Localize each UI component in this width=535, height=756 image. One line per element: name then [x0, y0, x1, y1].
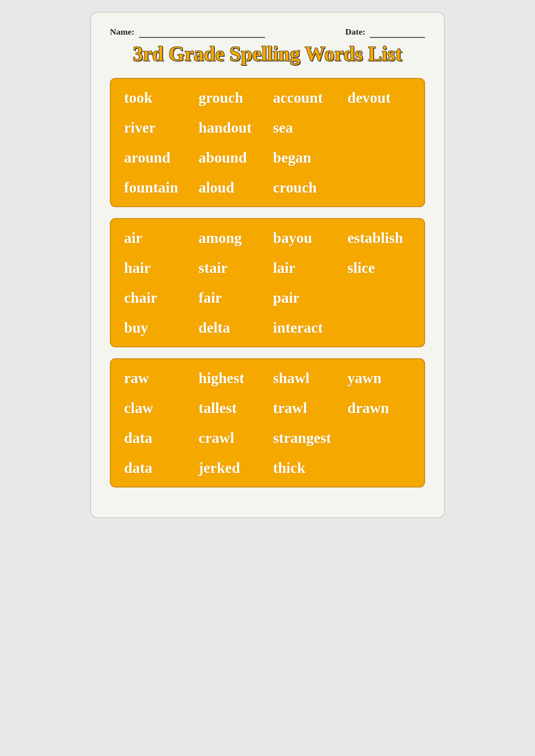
word-cell-2-4-2: delta [193, 315, 268, 340]
word-row-1-3: aroundaboundbegan [119, 143, 416, 172]
word-cell-1-2-4 [342, 115, 416, 140]
date-field: Date: [345, 27, 425, 38]
word-row-2-4: buydeltainteract [119, 313, 416, 343]
word-cell-3-4-1: data [119, 455, 193, 480]
word-cell-3-3-2: crawl [193, 425, 268, 450]
name-field: Name: [110, 27, 265, 38]
word-cell-3-1-2: highest [193, 365, 268, 391]
date-line [370, 27, 425, 38]
word-box-3: rawhighestshawlyawnclawtallesttrawldrawn… [110, 358, 425, 487]
boxes-container: tookgrouchaccountdevoutriverhandoutseaar… [110, 78, 425, 487]
word-cell-1-2-2: handout [193, 115, 268, 140]
word-cell-1-1-3: account [268, 85, 342, 110]
word-cell-1-2-3: sea [268, 115, 342, 140]
word-cell-1-4-1: fountain [119, 175, 193, 200]
page-title: 3rd Grade Spelling Words List [110, 42, 425, 66]
word-row-1-2: riverhandoutsea [119, 113, 416, 143]
word-cell-1-3-4 [342, 145, 416, 170]
word-cell-2-1-1: air [119, 225, 193, 250]
word-cell-3-1-1: raw [119, 365, 193, 391]
word-row-2-2: hairstairlairslice [119, 253, 416, 283]
page: Name: Date: 3rd Grade Spelling Words Lis… [90, 12, 445, 518]
word-row-3-1: rawhighestshawlyawn [119, 363, 416, 393]
word-cell-1-2-1: river [119, 115, 193, 140]
word-cell-2-2-4: slice [342, 255, 416, 280]
word-cell-2-4-1: buy [119, 315, 193, 340]
word-cell-1-1-2: grouch [193, 85, 268, 110]
word-cell-1-3-3: began [268, 145, 342, 170]
word-row-1-4: fountainaloudcrouch [119, 172, 416, 202]
word-cell-2-3-2: fair [193, 285, 268, 310]
word-cell-2-4-3: interact [268, 315, 342, 340]
word-cell-3-4-2: jerked [193, 455, 268, 480]
word-cell-1-3-1: around [119, 145, 193, 170]
word-cell-3-4-4 [342, 455, 416, 480]
word-cell-3-1-4: yawn [342, 365, 416, 391]
word-cell-1-4-4 [342, 175, 416, 200]
word-cell-2-3-1: chair [119, 285, 193, 310]
word-cell-2-2-3: lair [268, 255, 342, 280]
name-line [139, 27, 265, 38]
header-row: Name: Date: [110, 27, 425, 38]
word-box-2: airamongbayouestablishhairstairlairslice… [110, 218, 425, 347]
word-row-3-4: datajerkedthick [119, 453, 416, 483]
word-cell-1-4-3: crouch [268, 175, 342, 200]
word-cell-1-1-4: devout [342, 85, 416, 110]
word-cell-3-3-4 [342, 425, 416, 450]
word-row-2-3: chairfairpair [119, 283, 416, 313]
word-cell-2-1-4: establish [342, 225, 416, 250]
word-cell-2-2-2: stair [193, 255, 268, 280]
word-cell-3-2-1: claw [119, 395, 193, 421]
word-cell-1-4-2: aloud [193, 175, 268, 200]
word-cell-1-3-2: abound [193, 145, 268, 170]
word-cell-3-2-2: tallest [193, 395, 268, 421]
word-cell-3-4-3: thick [268, 455, 342, 480]
word-row-1-1: tookgrouchaccountdevout [119, 83, 416, 113]
word-row-3-2: clawtallesttrawldrawn [119, 393, 416, 423]
name-label: Name: [110, 27, 134, 37]
word-row-2-1: airamongbayouestablish [119, 223, 416, 253]
word-box-1: tookgrouchaccountdevoutriverhandoutseaar… [110, 78, 425, 207]
word-cell-2-4-4 [342, 315, 416, 340]
word-cell-1-1-1: took [119, 85, 193, 110]
word-cell-2-2-1: hair [119, 255, 193, 280]
word-cell-2-1-3: bayou [268, 225, 342, 250]
date-label: Date: [345, 27, 365, 37]
word-cell-2-1-2: among [193, 225, 268, 250]
word-cell-3-3-3: strangest [268, 425, 342, 450]
word-cell-2-3-4 [342, 285, 416, 310]
word-cell-3-2-3: trawl [268, 395, 342, 421]
word-cell-3-2-4: drawn [342, 395, 416, 421]
word-cell-3-1-3: shawl [268, 365, 342, 391]
word-cell-2-3-3: pair [268, 285, 342, 310]
word-cell-3-3-1: data [119, 425, 193, 450]
word-row-3-3: datacrawlstrangest [119, 423, 416, 453]
